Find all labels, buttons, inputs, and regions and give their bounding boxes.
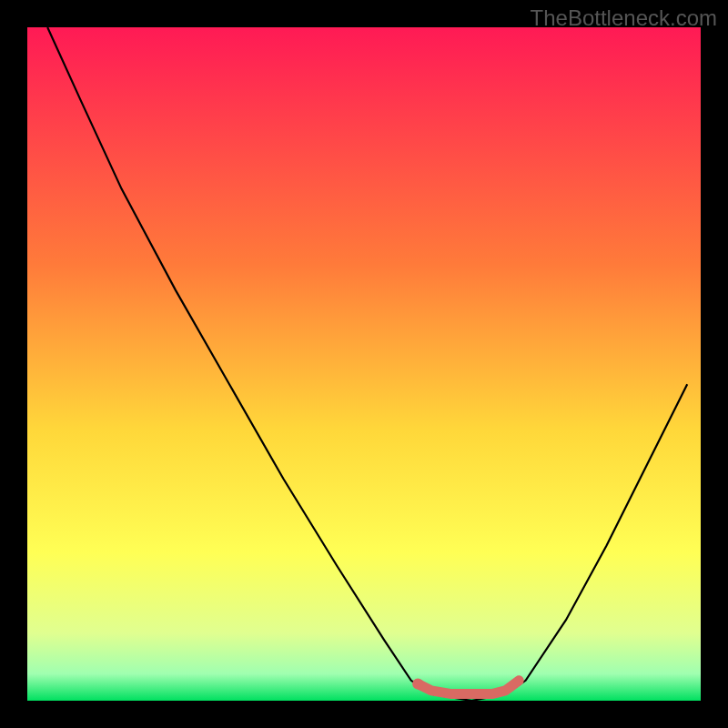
plot-area — [27, 27, 701, 701]
svg-point-0 — [412, 679, 423, 690]
chart-svg — [27, 27, 701, 701]
chart-container: TheBottleneck.com — [0, 0, 728, 728]
watermark-text: TheBottleneck.com — [531, 5, 717, 31]
gradient-background — [27, 27, 701, 701]
